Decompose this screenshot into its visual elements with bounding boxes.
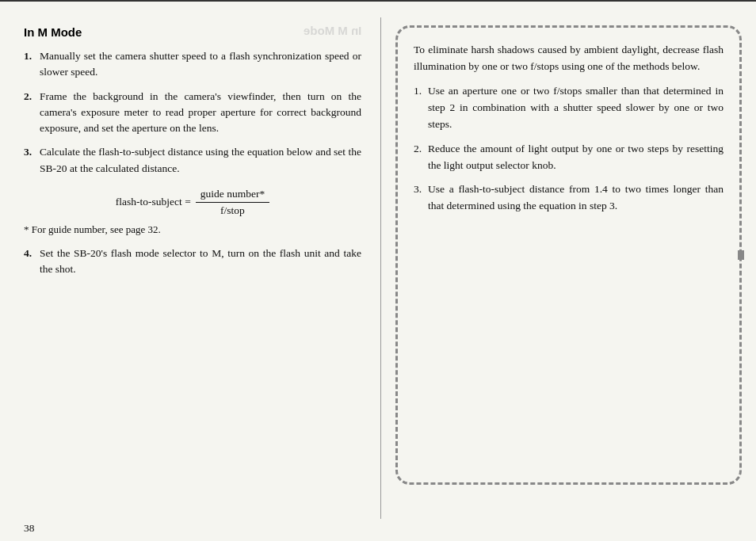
fraction-denominator: f/stop	[216, 203, 250, 217]
right-num-1: 1.	[414, 83, 425, 133]
right-num-2: 2.	[414, 141, 425, 174]
step-text-2: Frame the background in the camera's vie…	[40, 89, 361, 137]
left-column: In M Mode In M Mode 1. Manually set the …	[0, 17, 380, 519]
watermark: In M Mode	[304, 24, 361, 37]
dashed-box: To eliminate harsh shadows caused by amb…	[395, 25, 742, 485]
step-item-1: 1. Manually set the camera shutter speed…	[24, 48, 361, 81]
fraction: guide number* f/stop	[196, 188, 269, 217]
page-container: In M Mode In M Mode 1. Manually set the …	[0, 2, 756, 519]
right-num-3: 3.	[414, 181, 425, 215]
right-item-3: 3. Use a flash-to-subject distance from …	[414, 181, 724, 215]
step-text-1: Manually set the camera shutter speed to…	[40, 48, 361, 81]
step-text-3: Calculate the flash-to-subject distance …	[40, 144, 361, 177]
footnote: * For guide number, see page 32.	[24, 223, 361, 236]
right-item-2: 2. Reduce the amount of light output by …	[414, 141, 724, 174]
step-number-1: 1.	[24, 48, 36, 81]
right-text-3: Use a flash-to-subject distance from 1.4…	[428, 181, 724, 215]
page-number: 38	[24, 522, 35, 534]
step-item-2: 2. Frame the background in the camera's …	[24, 89, 361, 137]
formula-container: flash-to-subject = guide number* f/stop	[24, 188, 361, 217]
step-list: 1. Manually set the camera shutter speed…	[24, 48, 361, 177]
right-text-1: Use an aperture one or two f/stops small…	[428, 83, 724, 133]
dashed-box-inner: To eliminate harsh shadows caused by amb…	[414, 42, 724, 215]
step-item-3: 3. Calculate the flash-to-subject distan…	[24, 144, 361, 177]
step-text-4: Set the SB-20's flash mode selector to M…	[40, 246, 361, 278]
step-number-2: 2.	[24, 89, 36, 137]
right-list: 1. Use an aperture one or two f/stops sm…	[414, 83, 724, 215]
page-footer: 38	[0, 519, 756, 541]
side-tick	[738, 250, 744, 260]
step-number-4: 4.	[24, 246, 36, 278]
right-column: To eliminate harsh shadows caused by amb…	[381, 17, 756, 519]
right-text-2: Reduce the amount of light output by one…	[428, 141, 724, 174]
step-number-3: 3.	[24, 144, 36, 177]
formula-line: flash-to-subject = guide number* f/stop	[116, 188, 269, 217]
step-item-4: 4. Set the SB-20's flash mode selector t…	[24, 246, 361, 278]
right-intro: To eliminate harsh shadows caused by amb…	[414, 42, 724, 75]
right-item-1: 1. Use an aperture one or two f/stops sm…	[414, 83, 724, 133]
fraction-numerator: guide number*	[196, 188, 269, 203]
formula-label: flash-to-subject =	[116, 196, 191, 208]
